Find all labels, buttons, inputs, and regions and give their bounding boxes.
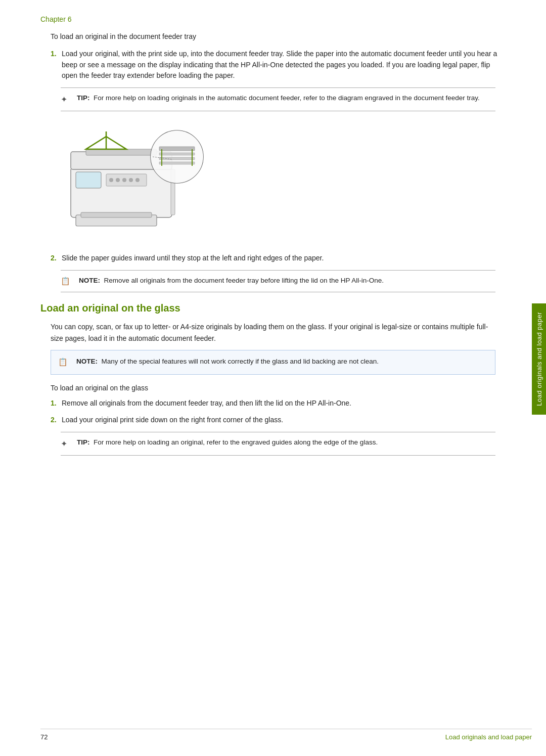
chapter-header: Chapter 6 (40, 15, 506, 23)
tip-text-2: For more help on loading an original, re… (94, 438, 378, 446)
svg-point-7 (122, 178, 126, 182)
tip-content-1: TIP: For more help on loading originals … (77, 93, 480, 103)
tip-box-2: ✦ TIP: For more help on loading an origi… (61, 432, 495, 456)
svg-point-8 (129, 178, 133, 182)
printer-image-area (61, 121, 485, 238)
step-number-3: 1. (51, 398, 62, 409)
footer-page-number: 72 (40, 733, 48, 741)
subsection-title: To load an original on the glass (51, 384, 506, 392)
section2-heading: Load an original on the glass (40, 302, 506, 314)
note-label-2: NOTE: (76, 358, 98, 365)
svg-rect-17 (159, 147, 195, 151)
footer-chapter-text: Load originals and load paper (445, 733, 532, 741)
list-item-3: 1. Remove all originals from the documen… (51, 398, 506, 409)
tip-label-1: TIP: (77, 94, 90, 102)
sidebar-label: Load originals and load paper (532, 303, 546, 415)
note-label-1: NOTE: (79, 277, 100, 284)
step-list-1: 1. Load your original, with the print si… (51, 49, 506, 81)
note-content-1: NOTE: Remove all originals from the docu… (79, 276, 384, 286)
list-item: 1. Load your original, with the print si… (51, 49, 506, 81)
svg-point-6 (116, 178, 120, 182)
svg-rect-3 (76, 172, 101, 188)
step-text-4: Load your original print side down on th… (62, 415, 506, 426)
printer-illustration (61, 121, 222, 238)
section2-body: You can copy, scan, or fax up to letter-… (51, 321, 495, 344)
section1-title: To load an original in the document feed… (51, 32, 506, 40)
note-icon-1: 📋 (61, 276, 75, 287)
sidebar-label-text: Load originals and load paper (535, 312, 543, 406)
step-number: 1. (51, 49, 62, 81)
note-body-1: Remove all originals from the document f… (104, 277, 384, 284)
tip-content-2: TIP: For more help on loading an origina… (77, 437, 378, 448)
tip-box-1: ✦ TIP: For more help on loading original… (61, 87, 495, 111)
step-text-3: Remove all originals from the document f… (62, 398, 506, 409)
page-container: Chapter 6 To load an original in the doc… (0, 0, 546, 756)
list-item-2: 2. Slide the paper guides inward until t… (51, 253, 506, 264)
tip-icon-2: ✦ (61, 438, 73, 450)
note-box-2: 📋 NOTE: Many of the special features wil… (51, 350, 495, 375)
svg-rect-2 (86, 149, 157, 155)
tip-label-2: TIP: (77, 438, 90, 446)
svg-rect-20 (159, 162, 195, 164)
svg-rect-18 (159, 153, 195, 155)
note-icon-2: 📋 (58, 357, 72, 368)
tip-text-1: For more help on loading originals in th… (94, 94, 480, 102)
svg-point-9 (135, 178, 140, 182)
tip-icon: ✦ (61, 94, 73, 106)
note-body-2: Many of the special features will not wo… (102, 358, 379, 365)
svg-point-5 (109, 178, 113, 182)
step-list-2: 2. Slide the paper guides inward until t… (51, 253, 506, 264)
step-number-4: 2. (51, 415, 62, 426)
svg-rect-19 (159, 157, 195, 160)
svg-point-16 (151, 130, 203, 183)
step-number-2: 2. (51, 253, 62, 264)
note-content-2: NOTE: Many of the special features will … (76, 357, 379, 367)
step-text-2: Slide the paper guides inward until they… (62, 253, 506, 264)
step-list-3: 1. Remove all originals from the documen… (51, 398, 506, 426)
svg-rect-11 (81, 212, 152, 217)
list-item-4: 2. Load your original print side down on… (51, 415, 506, 426)
footer: 72 Load originals and load paper (40, 729, 532, 741)
step-text: Load your original, with the print side … (62, 49, 506, 81)
note-box-1: 📋 NOTE: Remove all originals from the do… (61, 270, 495, 293)
